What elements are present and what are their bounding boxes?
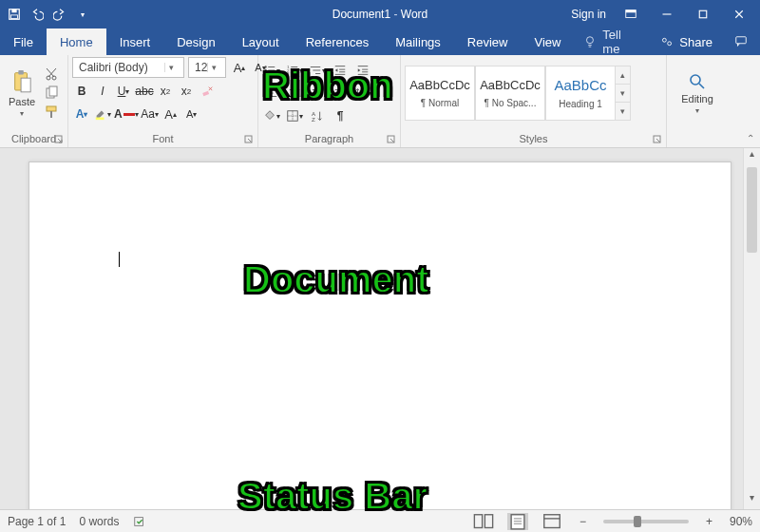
- save-icon[interactable]: [8, 8, 21, 21]
- ribbon-display-options-icon[interactable]: [619, 3, 642, 26]
- highlight-button[interactable]: ▾: [93, 104, 112, 124]
- bold-button[interactable]: B: [72, 82, 91, 101]
- proofing-icon[interactable]: [132, 515, 147, 528]
- clear-formatting-icon[interactable]: [198, 82, 217, 101]
- comments-button[interactable]: [722, 28, 760, 55]
- share-button[interactable]: Share: [651, 28, 722, 55]
- zoom-slider[interactable]: [603, 520, 689, 523]
- text-effects-button[interactable]: A▾: [72, 104, 91, 124]
- svg-rect-24: [47, 106, 56, 111]
- superscript-button[interactable]: x2: [177, 82, 196, 101]
- tab-view[interactable]: View: [521, 28, 574, 55]
- show-paragraph-marks-button[interactable]: ¶: [331, 106, 350, 125]
- tab-design[interactable]: Design: [163, 28, 228, 55]
- change-case-button[interactable]: Aa▾: [141, 104, 160, 124]
- group-label-paragraph: Paragraph: [258, 131, 400, 147]
- svg-rect-25: [50, 111, 52, 118]
- font-size-selector[interactable]: 12 ▾: [188, 57, 226, 78]
- subscript-button[interactable]: x2: [156, 82, 175, 101]
- redo-icon[interactable]: [53, 8, 66, 21]
- zoom-in-button[interactable]: +: [702, 515, 716, 528]
- style-normal[interactable]: AaBbCcDc ¶ Normal: [405, 66, 475, 121]
- zoom-slider-knob[interactable]: [634, 516, 641, 527]
- sort-button[interactable]: AZ: [308, 106, 327, 125]
- italic-button[interactable]: I: [93, 82, 112, 101]
- scroll-down-icon[interactable]: ▾: [744, 492, 760, 509]
- numbering-button[interactable]: 123▾: [285, 61, 304, 80]
- grow-font-button[interactable]: A▴: [230, 58, 249, 77]
- read-mode-button[interactable]: [473, 513, 494, 530]
- collapse-ribbon-icon[interactable]: ⌃: [747, 133, 754, 143]
- justify-button[interactable]: [331, 84, 350, 103]
- style-no-spacing[interactable]: AaBbCcDc ¶ No Spac...: [475, 66, 545, 121]
- dialog-launcher-icon[interactable]: [244, 135, 254, 144]
- tab-review[interactable]: Review: [454, 28, 522, 55]
- print-layout-button[interactable]: [507, 513, 528, 530]
- font-name-selector[interactable]: Calibri (Body) ▾: [72, 57, 184, 78]
- title-bar: ▾ Document1 - Word Sign in: [0, 0, 760, 28]
- tab-mailings[interactable]: Mailings: [382, 28, 454, 55]
- bullets-button[interactable]: ▾: [262, 61, 281, 80]
- close-button[interactable]: [728, 3, 750, 26]
- borders-button[interactable]: ▾: [285, 106, 304, 125]
- styles-gallery-scroll[interactable]: ▴ ▾ ▾: [616, 66, 631, 121]
- tab-references[interactable]: References: [293, 28, 382, 55]
- qat-customize-icon[interactable]: ▾: [76, 8, 89, 21]
- svg-rect-16: [18, 69, 23, 74]
- tell-me-search[interactable]: Tell me: [574, 28, 651, 55]
- tab-insert[interactable]: Insert: [106, 28, 164, 55]
- styles-more-icon[interactable]: ▾: [616, 102, 630, 120]
- sign-in-link[interactable]: Sign in: [571, 8, 606, 21]
- group-font: Calibri (Body) ▾ 12 ▾ A▴ A▾ B I U▾ abc x…: [68, 55, 258, 147]
- increase-indent-button[interactable]: [353, 61, 372, 80]
- svg-rect-14: [736, 37, 747, 44]
- align-center-button[interactable]: [285, 84, 304, 103]
- text-cursor: [119, 252, 120, 267]
- svg-rect-2: [11, 15, 18, 19]
- chevron-down-icon: ▾: [695, 106, 699, 115]
- zoom-level[interactable]: 90%: [730, 515, 752, 528]
- minimize-button[interactable]: [656, 3, 678, 26]
- vertical-scrollbar[interactable]: ▴ ▾: [743, 148, 760, 509]
- zoom-out-button[interactable]: −: [576, 515, 590, 528]
- group-label-editing: [667, 131, 728, 147]
- chevron-up-icon[interactable]: ▴: [616, 66, 630, 84]
- format-painter-icon[interactable]: [44, 104, 59, 120]
- dialog-launcher-icon[interactable]: [54, 135, 64, 144]
- scroll-thumb[interactable]: [747, 167, 757, 253]
- cut-icon[interactable]: [44, 66, 59, 82]
- line-spacing-button[interactable]: ▾: [353, 84, 372, 103]
- paste-button[interactable]: Paste ▾: [4, 69, 40, 118]
- strikethrough-button[interactable]: abc: [135, 82, 154, 101]
- align-right-button[interactable]: [308, 84, 327, 103]
- paste-label: Paste: [9, 96, 35, 107]
- decrease-indent-button[interactable]: [331, 61, 350, 80]
- dialog-launcher-icon[interactable]: [387, 135, 396, 144]
- editing-button[interactable]: Editing ▾: [681, 72, 713, 115]
- font-color-button[interactable]: A▾: [114, 104, 139, 124]
- shrink-font-button-2[interactable]: A▾: [182, 104, 201, 124]
- scroll-up-icon[interactable]: ▴: [744, 148, 760, 165]
- group-label-font: Font: [68, 131, 257, 147]
- tab-layout[interactable]: Layout: [229, 28, 293, 55]
- align-left-button[interactable]: [262, 84, 281, 103]
- maximize-button[interactable]: [692, 3, 714, 26]
- dialog-launcher-icon[interactable]: [653, 135, 662, 144]
- chevron-down-icon[interactable]: ▾: [616, 84, 630, 102]
- multilevel-list-button[interactable]: ▾: [308, 61, 327, 80]
- ribbon-tabs: File Home Insert Design Layout Reference…: [0, 28, 760, 55]
- web-layout-button[interactable]: [542, 513, 562, 530]
- style-heading-1[interactable]: AaBbCc Heading 1: [545, 66, 616, 121]
- undo-icon[interactable]: [30, 8, 44, 21]
- tab-home[interactable]: Home: [47, 28, 106, 55]
- shading-button[interactable]: ▾: [262, 106, 281, 125]
- word-count[interactable]: 0 words: [79, 515, 119, 528]
- page-indicator[interactable]: Page 1 of 1: [8, 515, 66, 528]
- svg-rect-30: [96, 118, 104, 121]
- tab-file[interactable]: File: [0, 28, 47, 55]
- document-page[interactable]: [28, 162, 732, 509]
- copy-icon[interactable]: [44, 86, 59, 101]
- underline-button[interactable]: U▾: [114, 82, 133, 101]
- group-label-clipboard: Clipboard: [0, 131, 67, 147]
- grow-font-button-2[interactable]: A▴: [162, 104, 180, 124]
